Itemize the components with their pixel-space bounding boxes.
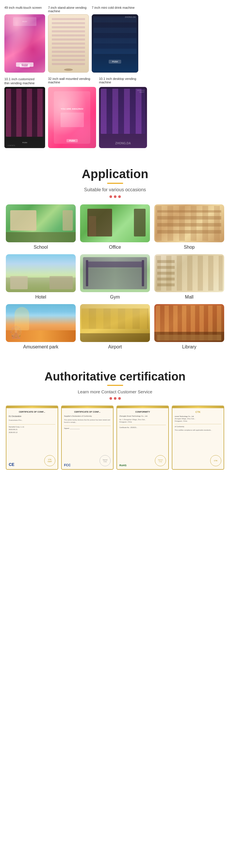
cert-body-2: Supplier's Declaration of Conformity Thi… [64, 415, 111, 430]
product-49inch: PUSH PUSY [4, 14, 45, 72]
cert-top-bar-2 [62, 406, 113, 408]
app-label-office: Office [109, 245, 121, 250]
application-subtitle: Suitable for various occasions [6, 187, 224, 192]
cert-dot-2 [114, 397, 116, 400]
product-7inch-cold: PUSH ZHONG.DA [92, 14, 138, 72]
app-item-airport: Airport [80, 304, 150, 349]
application-title: Application [6, 167, 224, 181]
cert-stamp-3: NamedCorp [155, 455, 166, 466]
cert-stamp-1: CTKCERT [44, 455, 55, 466]
product-label-7cold: 7 inch mini cold drink machine [92, 6, 138, 13]
app-item-mall: Mall [154, 254, 224, 300]
app-item-shop: Shop [154, 205, 224, 250]
cert-stamp-2: NamedCorp [100, 455, 111, 466]
cert-title-2: CERTIFICATE OF CONF... [64, 410, 111, 413]
app-label-airport: Airport [108, 344, 122, 349]
cert-subtitle: Learn more Contact Customer Service [6, 389, 224, 394]
cert-top-bar-4 [172, 406, 224, 408]
cert-body-1: EU Declaration Guarantees-Priv... Namefu… [9, 415, 55, 434]
cert-title: Authoritative certification [6, 370, 224, 383]
cert-logo-ce: CE [9, 462, 14, 467]
app-item-library: Library [154, 304, 224, 349]
app-item-school: School [6, 205, 76, 250]
application-section: Application Suitable for various occasio… [0, 155, 230, 358]
dot-2 [114, 195, 116, 198]
cert-logo-fcc: FCC [64, 463, 71, 467]
app-label-mall: Mall [185, 294, 193, 300]
app-label-amusement: Amusement park [23, 344, 59, 349]
cert-dot-3 [118, 397, 121, 400]
app-label-shop: Shop [184, 245, 194, 250]
cert-item-fcc: CERTIFICATE OF CONF... Supplier's Declar… [61, 406, 114, 470]
app-label-library: Library [182, 344, 196, 349]
cert-item-ctk: CTK nment Technology Co., Ltd. Zhongda V… [172, 406, 224, 470]
cert-title-underline [107, 385, 123, 386]
application-title-underline [107, 183, 123, 184]
product-10inch-desktop: ZHONGDASMART ZHONG.DA [99, 87, 147, 148]
app-label-hotel: Hotel [35, 294, 46, 300]
cert-title-1: CERTIFICATE OF CONF... [9, 410, 55, 413]
app-grid-row2: Hotel Gym Mall [6, 254, 224, 300]
product-7inch-standalone [48, 14, 89, 72]
application-dots [6, 195, 224, 198]
cert-title-3: CONFORMITY [119, 410, 166, 413]
product-label-7standalone: 7-inch stand-alone vending machine [48, 6, 89, 13]
app-label-gym: Gym [110, 294, 120, 300]
cert-grid: CERTIFICATE OF CONF... EU Declaration Gu… [6, 406, 224, 470]
product-10inch-thin: PUSH X-INFINITE [4, 87, 45, 148]
cert-top-bar-3 [117, 406, 168, 408]
cert-item-rohs: CONFORMITY Zhongda Smart Technology Co.,… [116, 406, 169, 470]
cert-logo-rohs: RoHS [119, 464, 127, 467]
certification-section: Authoritative certification Learn more C… [0, 358, 230, 478]
product-label-10desktop: 10.1 inch desktop vending machine [99, 77, 147, 86]
cert-body-4: nment Technology Co., Ltd. Zhongda Villa… [175, 415, 221, 431]
dot-1 [110, 195, 112, 198]
cert-stamp-4: CTK [210, 455, 221, 466]
app-label-school: School [34, 245, 48, 250]
app-grid-row1: School Office Shop [6, 205, 224, 250]
app-item-gym: Gym [80, 254, 150, 300]
dot-3 [118, 195, 121, 198]
product-label-49inch: 49 inch multi-touch screen [4, 6, 45, 13]
cert-body-3: Zhongda Smart Technology Co., Ltd. No. 1… [119, 415, 166, 429]
app-grid-row3: 🎡 Amusement park Airport Library [6, 304, 224, 349]
cert-dots [6, 397, 224, 400]
cert-top-bar-1 [6, 406, 58, 408]
app-item-office: Office [80, 205, 150, 250]
app-item-amusement: 🎡 Amusement park [6, 304, 76, 349]
product-label-32wall: 32 inch wall mounted vending machine [48, 77, 96, 86]
products-row-1: PUSH PUSY PUSH ZHONG.DA [4, 14, 226, 72]
products-row-2: PUSH X-INFINITE YOU ARE AMAZING! PUSH ZH… [4, 87, 226, 148]
product-label-10thin: 10.1 inch customizedthin vending machine [4, 77, 45, 86]
products-section: 49 inch multi-touch screen 7-inch stand-… [0, 0, 230, 155]
cert-item-eu: CERTIFICATE OF CONF... EU Declaration Gu… [6, 406, 58, 470]
app-item-hotel: Hotel [6, 254, 76, 300]
cert-title-4: CTK [175, 410, 221, 413]
product-32inch-wall: YOU ARE AMAZING! PUSH [48, 87, 96, 148]
cert-dot-1 [110, 397, 112, 400]
